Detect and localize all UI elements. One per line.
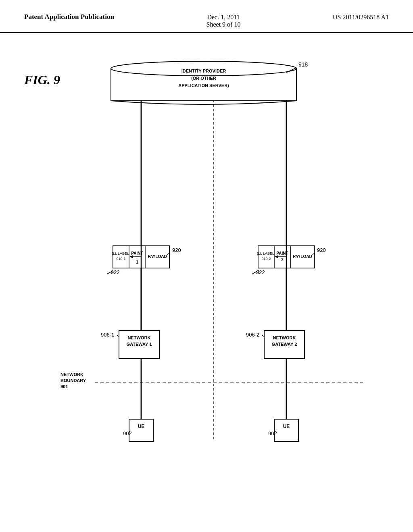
svg-text:2: 2 xyxy=(281,258,284,262)
svg-text:906-2: 906-2 xyxy=(246,332,259,338)
svg-text:910-1: 910-1 xyxy=(116,257,125,261)
page-header: Patent Application Publication Dec. 1, 2… xyxy=(0,0,413,33)
svg-rect-34 xyxy=(274,419,298,441)
publication-title: Patent Application Publication xyxy=(24,12,114,22)
ue1-label: 902 xyxy=(123,430,132,436)
svg-text:NETWORK: NETWORK xyxy=(273,335,296,340)
ue2-label: 902 xyxy=(268,430,277,436)
svg-text:APPLICATION SERVER): APPLICATION SERVER) xyxy=(178,83,229,88)
publication-date: Dec. 1, 2011 Sheet 9 of 10 xyxy=(206,12,241,28)
svg-text:BOUNDARY: BOUNDARY xyxy=(60,378,86,383)
svg-text:(LL LABEL): (LL LABEL) xyxy=(112,251,130,256)
svg-text:GATEWAY 1: GATEWAY 1 xyxy=(127,342,152,347)
svg-text:NETWORK: NETWORK xyxy=(128,335,151,340)
svg-text:PAYLOAD: PAYLOAD xyxy=(293,254,312,259)
patent-number: US 2011/0296518 A1 xyxy=(333,12,389,21)
svg-text:901: 901 xyxy=(60,384,68,389)
svg-text:1: 1 xyxy=(136,260,138,264)
svg-text:922: 922 xyxy=(256,269,265,275)
svg-text:PAYLOAD: PAYLOAD xyxy=(148,254,167,259)
svg-text:(LL LABEL): (LL LABEL) xyxy=(257,251,275,256)
svg-text:GATEWAY 2: GATEWAY 2 xyxy=(272,342,297,347)
server-label: 918 xyxy=(298,61,308,68)
svg-text:920: 920 xyxy=(317,247,326,253)
svg-text:UE: UE xyxy=(138,424,145,429)
svg-text:920: 920 xyxy=(172,247,181,253)
svg-text:UE: UE xyxy=(283,424,290,429)
svg-text:IDENTITY PROVIDER: IDENTITY PROVIDER xyxy=(181,69,226,73)
diagram-svg: 918 IDENTITY PROVIDER (OR OTHER APPLICAT… xyxy=(32,32,379,476)
svg-text:906-1: 906-1 xyxy=(101,332,114,338)
svg-text:(OR OTHER: (OR OTHER xyxy=(191,76,216,81)
svg-text:910-2: 910-2 xyxy=(261,257,271,261)
svg-rect-6 xyxy=(129,419,153,441)
svg-text:NETWORK: NETWORK xyxy=(60,372,83,377)
svg-text:922: 922 xyxy=(111,269,120,275)
